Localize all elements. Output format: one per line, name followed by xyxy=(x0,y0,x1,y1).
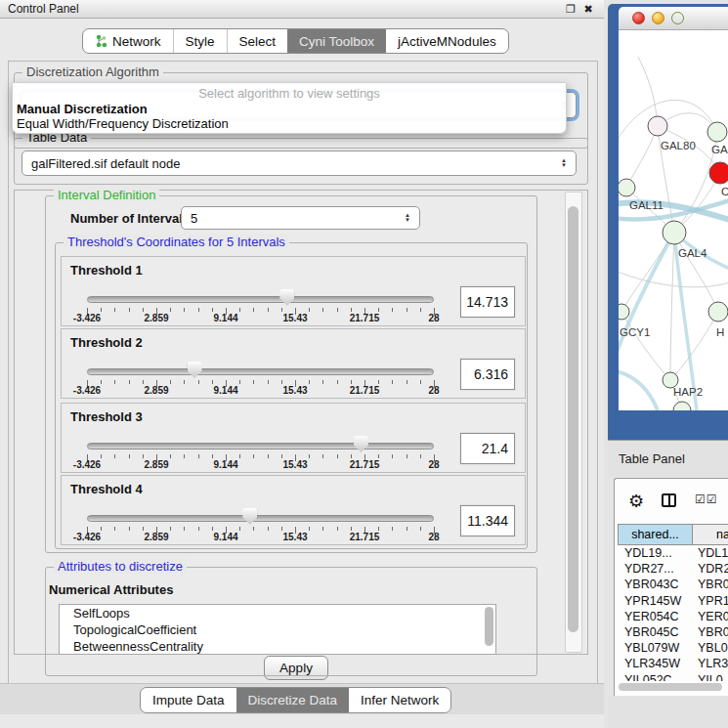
tick-mark xyxy=(212,380,213,384)
number-of-intervals-combobox[interactable]: 5 ▲▼ xyxy=(181,206,420,230)
network-node-gcy1[interactable] xyxy=(619,304,629,320)
tick-mark xyxy=(170,454,171,458)
vertical-scrollbar[interactable] xyxy=(565,192,582,653)
spinner-icon: ▲▼ xyxy=(561,158,567,168)
table-row[interactable]: YDR27...YDR2 xyxy=(618,561,728,577)
network-node-gal80[interactable] xyxy=(648,116,667,136)
dropdown-option-manual-discretization[interactable]: Manual Discretization xyxy=(16,102,564,117)
threshold-3-slider-thumb[interactable] xyxy=(354,436,368,452)
network-node[interactable] xyxy=(673,402,691,410)
threshold-3-slider-track[interactable] xyxy=(87,443,434,450)
table-data-combobox[interactable]: galFiltered.sif default node ▲▼ xyxy=(21,150,577,176)
tick-label: 15.43 xyxy=(282,459,307,470)
column-header-name[interactable]: na xyxy=(693,524,728,545)
list-item-selfloops[interactable]: SelfLoops xyxy=(60,605,495,621)
tab-style[interactable]: Style xyxy=(173,29,227,53)
tab-select[interactable]: Select xyxy=(227,29,288,53)
tick-mark xyxy=(351,527,352,531)
network-edge xyxy=(670,233,674,380)
tab-discretize-data[interactable]: Discretize Data xyxy=(236,688,350,712)
tab-network[interactable]: Network xyxy=(83,29,173,53)
threshold-3-value-field[interactable]: 21.4 xyxy=(460,433,515,464)
tick-label: 28 xyxy=(428,459,439,470)
close-traffic-light[interactable] xyxy=(632,12,645,24)
table-row[interactable]: YBR043CYBR0 xyxy=(618,577,728,592)
horizontal-scrollbar-thumb[interactable] xyxy=(619,683,722,691)
list-item-topologicalcoefficient[interactable]: TopologicalCoefficient xyxy=(60,621,495,638)
tick-mark xyxy=(114,527,115,531)
list-scrollbar-thumb[interactable] xyxy=(485,607,493,646)
table-row[interactable]: YBL079WYBL0 xyxy=(618,640,728,656)
tick-mark xyxy=(392,308,393,312)
tick-mark xyxy=(378,454,379,458)
tick-mark xyxy=(212,308,213,312)
network-view-titlebar xyxy=(619,7,728,30)
below-table-area xyxy=(608,696,728,728)
column-header-shared-name[interactable]: shared... xyxy=(618,524,693,545)
threshold-1-value-field[interactable]: 14.713 xyxy=(460,286,515,318)
column-layout-icon[interactable] xyxy=(662,493,676,507)
threshold-4-slider-track[interactable] xyxy=(87,515,434,522)
table-row[interactable]: YBR045CYBR0 xyxy=(618,624,728,640)
zoom-traffic-light[interactable] xyxy=(671,12,684,24)
scrollbar-thumb[interactable] xyxy=(568,206,578,632)
cell-name: YBR0 xyxy=(693,624,728,640)
cell-shared-name: YBR045C xyxy=(618,624,693,640)
tick-mark xyxy=(392,454,393,458)
network-node-gal4[interactable] xyxy=(663,221,686,244)
checkbox-icons[interactable]: ☑☑ xyxy=(695,492,718,506)
threshold-2-value-field[interactable]: 6.316 xyxy=(460,359,515,390)
network-canvas[interactable]: GAL80GACGAL11GAL4GCY1HHAP2 xyxy=(619,30,728,410)
network-icon xyxy=(95,34,107,48)
tick-mark xyxy=(170,380,171,384)
network-node-gal11[interactable] xyxy=(619,179,635,196)
tick-mark xyxy=(239,380,240,384)
float-window-icon[interactable]: ❐ xyxy=(563,0,578,18)
list-item-betweennesscentrality[interactable]: BetweennessCentrality xyxy=(60,638,495,655)
minimize-traffic-light[interactable] xyxy=(652,12,664,24)
window-title: Control Panel xyxy=(8,0,79,18)
table-row[interactable]: YPR145WYPR1 xyxy=(618,593,728,609)
tick-mark xyxy=(322,527,323,531)
threshold-2-slider-thumb[interactable] xyxy=(188,362,202,378)
thresholds-group-title: Threshold's Coordinates for 5 Intervals xyxy=(64,235,289,249)
tab-jactivemnodules[interactable]: jActiveMNodules xyxy=(386,29,508,53)
tick-mark xyxy=(239,308,240,312)
cell-shared-name: YDL19... xyxy=(618,545,693,561)
close-icon[interactable]: ✖ xyxy=(580,0,596,18)
threshold-1-slider-thumb[interactable] xyxy=(279,289,294,306)
tick-label: 9.144 xyxy=(213,532,237,542)
threshold-1-slider-track[interactable] xyxy=(87,296,434,303)
threshold-2-slider-track[interactable] xyxy=(87,368,434,375)
node-table-panel: ⚙ ☑☑ shared... na YDL19...YDL1YDR27...YD… xyxy=(614,478,728,698)
node-label: GAL80 xyxy=(661,140,696,151)
network-node-ga[interactable] xyxy=(707,122,727,142)
tick-mark xyxy=(337,380,338,384)
control-panel-titlebar: Control Panel ❐ ✖ xyxy=(0,0,604,19)
network-view-window[interactable]: GAL80GACGAL11GAL4GCY1HHAP2 xyxy=(608,4,728,440)
numerical-attributes-list[interactable]: SelfLoopsTopologicalCoefficientBetweenne… xyxy=(59,604,496,655)
tick-label: 9.144 xyxy=(213,459,237,470)
threshold-4-value-field[interactable]: 11.344 xyxy=(460,505,515,536)
gear-icon[interactable]: ⚙ xyxy=(628,491,644,512)
tick-mark xyxy=(378,527,379,531)
tick-mark xyxy=(322,308,323,312)
tab-infer-network[interactable]: Infer Network xyxy=(349,688,450,712)
threshold-2-panel: Threshold 2-3.4262.8599.14415.4321.71528… xyxy=(61,328,526,399)
network-node-c[interactable] xyxy=(709,162,728,184)
table-row[interactable]: YDL19...YDL1 xyxy=(618,545,728,561)
tab-cyni-toolbox[interactable]: Cyni Toolbox xyxy=(287,29,386,53)
table-row[interactable]: YER054CYER0 xyxy=(618,609,728,624)
tick-label: 9.144 xyxy=(213,385,237,396)
table-row[interactable]: YLR345WYLR3 xyxy=(618,656,728,671)
tick-mark xyxy=(184,308,185,312)
bottom-tab-bar: Impute DataDiscretize DataInfer Network xyxy=(140,687,451,713)
dropdown-option-equal-width-frequency[interactable]: Equal Width/Frequency Discretization xyxy=(16,116,564,132)
tick-mark xyxy=(212,454,213,458)
table-row[interactable]: YIL052CYIL0 xyxy=(618,672,728,682)
threshold-4-slider-thumb[interactable] xyxy=(242,508,257,525)
tick-label: 28 xyxy=(428,313,439,323)
tab-impute-data[interactable]: Impute Data xyxy=(141,688,236,712)
tick-mark xyxy=(253,454,254,458)
network-node-h[interactable] xyxy=(708,302,728,321)
